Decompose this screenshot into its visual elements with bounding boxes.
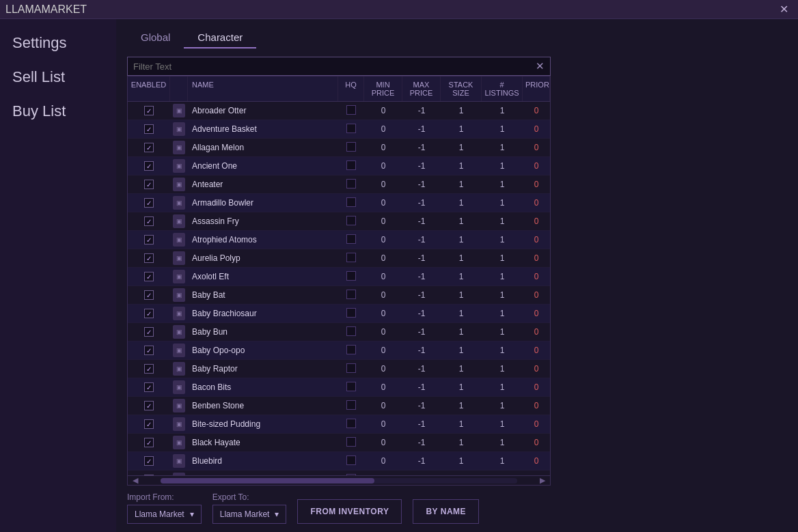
row-enabled-19[interactable] bbox=[128, 454, 170, 468]
row-hq-11[interactable] bbox=[338, 306, 364, 322]
enabled-checkbox-7[interactable] bbox=[144, 235, 154, 244]
row-enabled-7[interactable] bbox=[128, 233, 170, 247]
row-hq-4[interactable] bbox=[338, 177, 364, 193]
hq-checkbox-0[interactable] bbox=[346, 105, 356, 115]
hq-checkbox-4[interactable] bbox=[346, 179, 356, 188]
tab-character[interactable]: Character bbox=[184, 27, 256, 48]
close-button[interactable]: ✕ bbox=[775, 3, 793, 16]
scroll-right-button[interactable]: ▶ bbox=[535, 476, 550, 485]
hq-checkbox-11[interactable] bbox=[346, 308, 356, 318]
enabled-checkbox-18[interactable] bbox=[144, 438, 154, 447]
hq-checkbox-8[interactable] bbox=[346, 253, 356, 262]
enabled-checkbox-9[interactable] bbox=[144, 272, 154, 281]
row-hq-13[interactable] bbox=[338, 343, 364, 359]
row-hq-19[interactable] bbox=[338, 453, 364, 469]
row-enabled-15[interactable] bbox=[128, 380, 170, 395]
hq-checkbox-5[interactable] bbox=[346, 197, 356, 207]
enabled-checkbox-17[interactable] bbox=[144, 419, 154, 429]
row-enabled-13[interactable] bbox=[128, 344, 170, 358]
row-hq-14[interactable] bbox=[338, 361, 364, 377]
row-enabled-9[interactable] bbox=[128, 270, 170, 284]
row-min-0: 0 bbox=[364, 104, 402, 117]
row-hq-5[interactable] bbox=[338, 195, 364, 211]
enabled-checkbox-8[interactable] bbox=[144, 253, 154, 263]
item-icon-0: ▣ bbox=[173, 104, 185, 117]
tab-global[interactable]: Global bbox=[127, 27, 184, 48]
hq-checkbox-3[interactable] bbox=[346, 160, 356, 170]
scroll-track[interactable] bbox=[161, 478, 517, 484]
hq-checkbox-14[interactable] bbox=[346, 363, 356, 373]
enabled-checkbox-16[interactable] bbox=[144, 401, 154, 410]
hq-checkbox-13[interactable] bbox=[346, 345, 356, 354]
row-enabled-12[interactable] bbox=[128, 325, 170, 339]
hq-checkbox-16[interactable] bbox=[346, 400, 356, 410]
row-hq-18[interactable] bbox=[338, 435, 364, 451]
sidebar-item-settings[interactable]: Settings bbox=[0, 26, 116, 60]
from-inventory-button[interactable]: FROM INVENTORY bbox=[297, 499, 402, 524]
row-enabled-3[interactable] bbox=[128, 159, 170, 173]
hq-checkbox-10[interactable] bbox=[346, 290, 356, 299]
hq-checkbox-7[interactable] bbox=[346, 234, 356, 244]
row-enabled-14[interactable] bbox=[128, 362, 170, 376]
row-enabled-8[interactable] bbox=[128, 251, 170, 266]
item-icon-17: ▣ bbox=[173, 417, 185, 431]
filter-input[interactable] bbox=[128, 58, 530, 75]
import-dropdown[interactable]: Llama Market ▾ bbox=[127, 505, 202, 524]
row-enabled-18[interactable] bbox=[128, 436, 170, 450]
hq-checkbox-6[interactable] bbox=[346, 216, 356, 225]
enabled-checkbox-1[interactable] bbox=[144, 124, 154, 134]
row-enabled-2[interactable] bbox=[128, 141, 170, 155]
sidebar-item-sell-list[interactable]: Sell List bbox=[0, 60, 116, 94]
enabled-checkbox-5[interactable] bbox=[144, 198, 154, 208]
hq-checkbox-15[interactable] bbox=[346, 382, 356, 391]
enabled-checkbox-19[interactable] bbox=[144, 456, 154, 466]
enabled-checkbox-10[interactable] bbox=[144, 290, 154, 300]
hq-checkbox-1[interactable] bbox=[346, 124, 356, 133]
row-hq-2[interactable] bbox=[338, 140, 364, 156]
scroll-thumb[interactable] bbox=[161, 478, 374, 484]
enabled-checkbox-14[interactable] bbox=[144, 364, 154, 374]
scroll-left-button[interactable]: ◀ bbox=[128, 476, 143, 485]
hq-checkbox-19[interactable] bbox=[346, 456, 356, 465]
export-dropdown[interactable]: Llama Market ▾ bbox=[212, 505, 287, 524]
enabled-checkbox-3[interactable] bbox=[144, 161, 154, 171]
enabled-checkbox-12[interactable] bbox=[144, 327, 154, 337]
row-enabled-10[interactable] bbox=[128, 288, 170, 303]
row-hq-16[interactable] bbox=[338, 398, 364, 414]
enabled-checkbox-13[interactable] bbox=[144, 346, 154, 355]
row-hq-6[interactable] bbox=[338, 214, 364, 229]
enabled-checkbox-6[interactable] bbox=[144, 216, 154, 226]
row-hq-8[interactable] bbox=[338, 251, 364, 266]
hq-checkbox-2[interactable] bbox=[346, 142, 356, 152]
hq-checkbox-12[interactable] bbox=[346, 326, 356, 336]
enabled-checkbox-4[interactable] bbox=[144, 180, 154, 189]
row-enabled-6[interactable] bbox=[128, 214, 170, 229]
row-hq-15[interactable] bbox=[338, 380, 364, 395]
enabled-checkbox-0[interactable] bbox=[144, 106, 154, 115]
row-hq-12[interactable] bbox=[338, 324, 364, 340]
enabled-checkbox-15[interactable] bbox=[144, 382, 154, 392]
by-name-button[interactable]: BY NAME bbox=[413, 499, 479, 524]
sidebar-item-buy-list[interactable]: Buy List bbox=[0, 94, 116, 128]
row-enabled-11[interactable] bbox=[128, 307, 170, 321]
row-hq-1[interactable] bbox=[338, 122, 364, 137]
hq-checkbox-18[interactable] bbox=[346, 437, 356, 447]
row-hq-3[interactable] bbox=[338, 158, 364, 174]
row-hq-0[interactable] bbox=[338, 103, 364, 119]
row-enabled-1[interactable] bbox=[128, 122, 170, 137]
row-enabled-5[interactable] bbox=[128, 196, 170, 210]
row-enabled-17[interactable] bbox=[128, 417, 170, 432]
horizontal-scrollbar[interactable]: ◀ ▶ bbox=[128, 475, 550, 485]
row-hq-7[interactable] bbox=[338, 232, 364, 248]
row-hq-10[interactable] bbox=[338, 288, 364, 303]
hq-checkbox-17[interactable] bbox=[346, 419, 356, 428]
filter-clear-button[interactable]: ✕ bbox=[530, 57, 550, 75]
row-hq-17[interactable] bbox=[338, 417, 364, 432]
row-enabled-0[interactable] bbox=[128, 104, 170, 118]
row-enabled-16[interactable] bbox=[128, 399, 170, 413]
enabled-checkbox-2[interactable] bbox=[144, 143, 154, 152]
row-enabled-4[interactable] bbox=[128, 178, 170, 192]
enabled-checkbox-11[interactable] bbox=[144, 309, 154, 318]
row-hq-9[interactable] bbox=[338, 269, 364, 285]
hq-checkbox-9[interactable] bbox=[346, 271, 356, 281]
